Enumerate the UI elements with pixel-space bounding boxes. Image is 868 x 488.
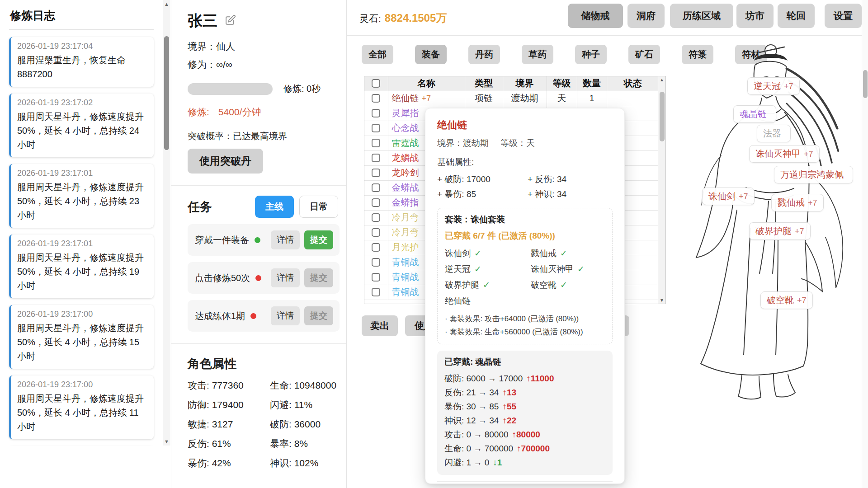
compare-row: 神识: 12 → 34↑22 — [444, 413, 605, 427]
task-detail-button[interactable]: 详情 — [271, 230, 300, 249]
item-name[interactable]: 金蟒战 — [392, 183, 419, 192]
nav-reincarnation[interactable]: 轮回 — [778, 4, 815, 28]
scroll-down-icon[interactable]: ▼ — [163, 437, 170, 446]
tooltip-item-name: 绝仙链 — [437, 118, 613, 132]
item-name[interactable]: 金蟒指 — [392, 197, 419, 207]
filter-equipment[interactable]: 装备 — [415, 45, 447, 64]
cultivation-progress-bar — [188, 83, 273, 95]
enhance-level: +7 — [739, 192, 748, 201]
item-name[interactable]: 月光护 — [392, 242, 419, 252]
row-checkbox[interactable] — [372, 273, 380, 282]
scrollbar-thumb[interactable] — [164, 36, 169, 150]
nav-cave-dwelling[interactable]: 洞府 — [627, 4, 665, 28]
row-checkbox[interactable] — [372, 213, 380, 222]
scrollbar-thumb[interactable] — [863, 70, 868, 98]
filter-seeds[interactable]: 种子 — [575, 45, 607, 64]
log-entry: 2026-01-19 23:17:01 服用周天星斗丹，修炼速度提升 50%，延… — [9, 235, 154, 298]
item-name[interactable]: 龙吟剑 — [392, 168, 419, 178]
stat-delta: ↑55 — [502, 402, 516, 411]
scroll-down-icon[interactable]: ▼ — [658, 298, 665, 303]
compare-row: 攻击: 0 → 80000↑80000 — [444, 427, 605, 441]
task-detail-button[interactable]: 详情 — [271, 306, 300, 325]
task-label: 点击修炼50次 — [195, 272, 250, 284]
row-checkbox[interactable] — [372, 228, 380, 237]
item-name[interactable]: 青铜战 — [392, 257, 419, 267]
spirit-stone-balance: 灵石:8824.1505万 — [359, 11, 447, 25]
log-text: 服用周天星斗丹，修炼速度提升 50%，延长 4 小时，总持续 15 小时 — [17, 321, 147, 363]
row-checkbox[interactable] — [372, 124, 380, 132]
set-member: 破界护腿✓ — [445, 277, 531, 293]
item-name[interactable]: 灵犀指 — [392, 108, 419, 118]
nav-storage-ring[interactable]: 储物戒 — [568, 4, 623, 28]
row-checkbox[interactable] — [372, 258, 380, 267]
item-name[interactable]: 绝仙链 — [392, 93, 419, 103]
task-submit-button[interactable]: 提交 — [304, 230, 333, 249]
sidebar-scrollbar[interactable]: ▲ ▼ — [163, 0, 170, 446]
equip-slot-boots[interactable]: 破空靴+7 — [760, 291, 813, 309]
attributes-grid: 攻击: 777360 生命: 10948000 防御: 179400 闪避: 1… — [188, 375, 338, 473]
task-label: 穿戴一件装备 — [195, 234, 249, 246]
equip-slot-ring[interactable]: 戮仙戒+7 — [771, 194, 824, 211]
log-text: 服用周天星斗丹，修炼速度提升 50%，延长 4 小时，总持续 19 小时 — [17, 251, 147, 293]
log-text: 服用涅槃重生丹，恢复生命 8887200 — [17, 53, 147, 81]
filter-pills[interactable]: 丹药 — [468, 45, 500, 64]
row-checkbox[interactable] — [372, 154, 380, 162]
table-row[interactable]: 绝仙链+7 项链 渡劫期 天 1 — [364, 91, 659, 106]
equip-slot-weapon[interactable]: 诛仙剑+7 — [702, 188, 755, 205]
filter-all[interactable]: 全部 — [362, 45, 393, 64]
base-stat: + 破防: 17000 — [437, 172, 528, 187]
row-checkbox[interactable] — [372, 243, 380, 252]
nav-adventure-area[interactable]: 历练区域 — [670, 4, 733, 28]
filter-ores[interactable]: 矿石 — [628, 45, 660, 64]
edit-name-icon[interactable] — [225, 14, 236, 28]
item-name[interactable]: 龙鳞战 — [392, 153, 419, 163]
scroll-up-icon[interactable]: ▲ — [163, 0, 170, 8]
task-submit-button[interactable]: 提交 — [304, 268, 333, 287]
row-checkbox[interactable] — [372, 169, 380, 177]
equip-slot-artifact[interactable]: 法器 — [757, 125, 791, 142]
nav-settings[interactable]: 设置 — [825, 4, 862, 28]
row-checkbox[interactable] — [372, 288, 380, 296]
item-name[interactable]: 冷月弯 — [392, 212, 419, 222]
check-icon: ✓ — [483, 280, 490, 290]
page-scrollbar[interactable] — [862, 0, 868, 488]
item-name[interactable]: 心念战 — [392, 123, 419, 133]
equip-slot-pendant[interactable]: 万道归宗鸿蒙佩 — [774, 166, 853, 183]
tab-daily-quest[interactable]: 日常 — [299, 196, 338, 218]
base-attributes: + 破防: 17000 + 反伤: 34 + 暴伤: 85 + 神识: 34 — [437, 172, 613, 202]
use-breakthrough-pill-button[interactable]: 使用突破丹 — [188, 149, 263, 174]
check-icon: ✓ — [560, 249, 567, 258]
enhance-level: +7 — [422, 94, 431, 103]
task-submit-button[interactable]: 提交 — [304, 306, 333, 325]
set-member: 绝仙链 — [445, 293, 531, 309]
row-checkbox[interactable] — [372, 109, 380, 117]
item-name[interactable]: 青铜战 — [392, 287, 419, 297]
compare-row: 生命: 0 → 700000↑700000 — [444, 441, 605, 455]
equipment-figure-panel: 逆天冠+7 魂晶链 法器 诛仙灭神甲+7 万道归宗鸿蒙佩 诛仙剑+7 戮仙戒+7… — [678, 38, 862, 420]
task-status-dot — [255, 275, 261, 281]
scroll-up-icon[interactable]: ▲ — [658, 77, 665, 82]
nav-market[interactable]: 坊市 — [736, 4, 774, 28]
tab-main-quest[interactable]: 主线 — [255, 196, 294, 218]
character-panel: 张三 境界：仙人 修为：∞/∞ 修炼: 0秒 修炼:5400/分钟 突破概率：已… — [171, 0, 347, 488]
item-name[interactable]: 冷月弯 — [392, 227, 419, 237]
scrollbar-thumb[interactable] — [660, 92, 665, 141]
select-all-checkbox[interactable] — [372, 79, 380, 88]
row-checkbox[interactable] — [372, 139, 380, 147]
task-detail-button[interactable]: 详情 — [271, 268, 300, 287]
row-checkbox[interactable] — [372, 183, 380, 192]
item-name[interactable]: 青铜战 — [392, 272, 419, 282]
select-all-header[interactable] — [364, 76, 388, 91]
base-stat: + 神识: 34 — [528, 187, 613, 202]
item-name[interactable]: 雷霆战 — [392, 138, 419, 148]
equip-slot-armor[interactable]: 诛仙灭神甲+7 — [749, 145, 820, 163]
sell-button[interactable]: 卖出 — [362, 315, 398, 336]
equip-slot-leggings[interactable]: 破界护腿+7 — [749, 222, 811, 240]
row-checkbox[interactable] — [372, 94, 380, 103]
row-checkbox[interactable] — [372, 198, 380, 207]
task-row: 穿戴一件装备 详情 提交 — [188, 224, 340, 256]
filter-herbs[interactable]: 草药 — [522, 45, 553, 64]
equip-slot-necklace[interactable]: 魂晶链 — [733, 105, 776, 123]
table-scrollbar[interactable]: ▲ ▼ — [658, 76, 665, 304]
equip-slot-crown[interactable]: 逆天冠+7 — [747, 77, 800, 95]
